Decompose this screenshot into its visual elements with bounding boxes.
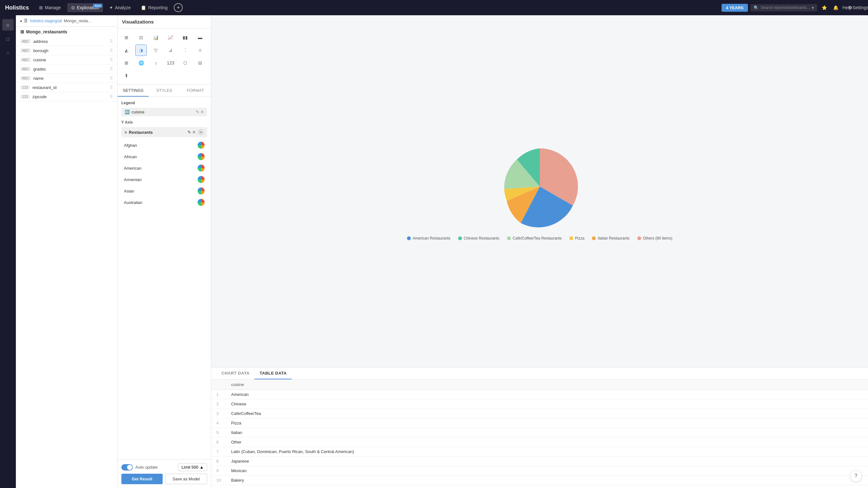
breadcrumb: ◂ 🗄 holistics-staging/all Mongo_resta... [16,15,117,27]
nav-analyze[interactable]: ✦ Analyze [105,3,135,12]
nav-manage[interactable]: ⊞ Manage [35,3,65,12]
viz-table[interactable]: ⊞ [121,32,132,43]
chart-area: American Restaurants Chinese Restaurants… [211,15,868,367]
color-wheel[interactable] [197,164,205,172]
notifications-button[interactable]: 🔔 [831,3,840,12]
settings-tabs: SETTINGS STYLES FORMAT [118,85,211,97]
viz-horizontal-bar[interactable]: ▬ [194,32,206,43]
field-type-abc: ABC [20,58,31,62]
viz-bar[interactable]: 📊 [150,32,162,43]
legend-dot [569,236,573,240]
search-dropdown-icon[interactable]: ▾ [812,5,814,10]
edit-icon[interactable]: ✎ [187,130,191,135]
color-wheel[interactable] [197,153,205,160]
field-zipcode[interactable]: 123 zipcode ⠿ [16,92,117,101]
category-australian: Australian [121,197,207,208]
icon-bar-share[interactable]: ⑃ [2,47,14,58]
row-number: 9 [211,466,226,476]
tab-table-data[interactable]: TABLE DATA [254,368,292,379]
drag-handle[interactable]: ⠿ [110,57,113,62]
years-filter-button[interactable]: 4 YEARS [721,4,748,12]
limit-button[interactable]: Limit 500 ▲ [178,463,207,471]
viz-misc[interactable]: ⊟ [194,57,206,69]
drag-handle[interactable]: ⠿ [110,66,113,71]
viz-line[interactable]: 📈 [165,32,176,43]
category-name: Australian [124,200,142,205]
viz-filter[interactable]: ⊿ [165,44,176,56]
field-borough[interactable]: ABC borough ⠿ [16,46,117,55]
icon-bar: ⌂ ◻ ⑃ [0,15,16,488]
viz-pie[interactable]: ◑ [135,44,147,56]
viz-number[interactable]: 123 [165,57,176,69]
field-type-abc: ABC [20,48,31,53]
save-model-button[interactable]: Save as Model [165,474,207,484]
visualizations-title: Visualizations [118,15,211,29]
tab-styles[interactable]: STYLES [149,85,180,97]
drag-handle[interactable]: ⠿ [110,75,113,81]
table-row: 10Bakery [211,476,868,485]
legend-label: Legend [121,101,207,105]
auto-update-toggle[interactable] [121,464,133,470]
analyze-icon: ✦ [109,5,113,10]
settings-button[interactable]: ⚙ Settings [854,3,863,12]
cuisine-value: Caribbean [226,485,868,488]
viz-column[interactable]: ▮▮ [180,32,191,43]
drag-handle[interactable]: ⠿ [110,48,113,53]
viz-area[interactable]: ◭ [121,44,132,56]
field-name-item[interactable]: ABC name ⠿ [16,74,117,83]
drag-handle[interactable]: ⠿ [110,39,113,44]
field-grades[interactable]: ABC grades ⠿ [16,64,117,74]
color-wheel[interactable] [197,199,205,206]
viz-pivot[interactable]: ⊡ [135,32,147,43]
field-restaurant-id[interactable]: 123 restaurant_id ⠿ [16,83,117,92]
icon-bar-cube[interactable]: ◻ [2,33,14,44]
table-icon: ⊞ [20,29,24,34]
restaurants-field-icon: ≡ [125,130,127,135]
category-name: Afghan [124,143,137,148]
category-armenian: Armenian [121,174,207,185]
field-cuisine[interactable]: ABC cuisine ⠿ [16,55,117,64]
remove-icon[interactable]: ✕ [192,130,196,135]
edit-icon[interactable]: ✎ [196,110,199,114]
table-row: 2Chinese [211,399,868,409]
table-row: 11Caribbean [211,485,868,488]
back-arrow[interactable]: ◂ [20,19,22,23]
drag-handle[interactable]: ⠿ [110,94,113,99]
nav-exploration[interactable]: ⊙ Exploration Beta [67,3,103,12]
favorites-button[interactable]: ⭐ [820,3,829,12]
data-table: cuisine 1American2Chinese3Café/Coffee/Te… [211,380,868,488]
tab-format[interactable]: FORMAT [180,85,211,97]
viz-gauge[interactable]: ⬡ [180,57,191,69]
table-row: 9Mexican [211,466,868,476]
drag-handle[interactable]: ⠿ [110,85,113,90]
field-type-abc: ABC [20,39,31,43]
viz-scatter[interactable]: ⁚ [180,44,191,56]
help-float-button[interactable]: ? [850,470,862,482]
minus-button[interactable]: − [197,129,204,135]
field-address[interactable]: ABC address ⠿ [16,37,117,46]
color-wheel[interactable] [197,176,205,183]
cuisine-header[interactable]: cuisine [226,380,868,390]
breadcrumb-path[interactable]: holistics-staging/all [30,19,62,23]
viz-globe[interactable]: 🌐 [135,57,147,69]
cuisine-value: Pizza [226,419,868,428]
color-wheel[interactable] [197,142,205,149]
row-number: 7 [211,447,226,457]
main-layout: ⌂ ◻ ⑃ ◂ 🗄 holistics-staging/all Mongo_re… [0,15,868,488]
remove-icon[interactable]: ✕ [200,110,204,114]
viz-ranked[interactable]: ↕ [150,57,162,69]
tab-chart-data[interactable]: CHART DATA [216,368,254,379]
viz-heatmap[interactable]: ⊞ [121,57,132,69]
legend-pizza: Pizza [569,236,584,241]
nav-reporting[interactable]: 📋 Reporting [137,3,171,12]
table-row: 6Other [211,437,868,447]
icon-bar-home[interactable]: ⌂ [2,19,14,30]
add-button[interactable]: + [174,3,183,12]
viz-upload[interactable]: ⬆ [121,70,132,81]
get-result-button[interactable]: Get Result [121,474,163,484]
color-wheel[interactable] [197,187,205,194]
viz-funnel[interactable]: ▽ [150,44,162,56]
viz-cohort[interactable]: ⊹ [194,44,206,56]
tab-settings[interactable]: SETTINGS [118,85,149,97]
search-bar[interactable]: 🔍 Search reports/dashboards... ▾ [750,4,817,11]
